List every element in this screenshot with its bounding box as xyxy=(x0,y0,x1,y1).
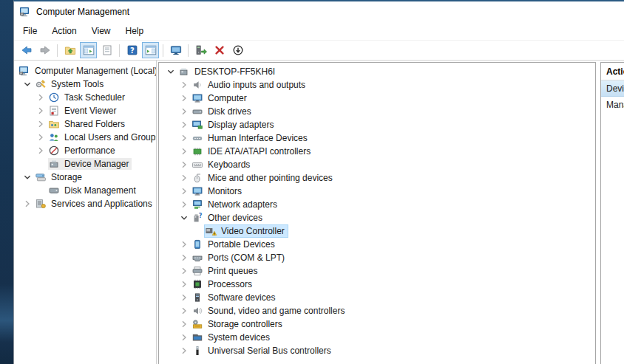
chevron-right-icon[interactable] xyxy=(178,145,191,157)
tree-item-other-devices[interactable]: ?Other devices xyxy=(159,211,595,224)
tree-item-ports-com-lpt[interactable]: Ports (COM & LPT) xyxy=(159,251,595,264)
chevron-right-icon[interactable] xyxy=(178,305,191,317)
tree-item-network-adapters[interactable]: Network adapters xyxy=(159,198,595,211)
tree-item-label: Audio inputs and outputs xyxy=(206,79,307,91)
port-icon xyxy=(191,252,203,264)
chevron-right-icon[interactable] xyxy=(178,345,191,357)
up-one-level-button[interactable] xyxy=(61,42,78,58)
chevron-right-icon[interactable] xyxy=(178,185,191,197)
chevron-right-icon[interactable] xyxy=(178,79,191,91)
monitor-icon xyxy=(191,185,203,197)
chevron-right-icon[interactable] xyxy=(178,92,191,104)
chevron-right-icon[interactable] xyxy=(178,159,191,171)
tree-item-computer[interactable]: Computer xyxy=(159,92,595,105)
tree-item-label: Computer Management (Local) xyxy=(33,65,157,77)
chevron-right-icon[interactable] xyxy=(35,92,48,103)
tree-item-disk-drives[interactable]: Disk drives xyxy=(159,105,595,118)
tree-item-services-and-applications[interactable]: Services and Applications xyxy=(14,197,156,210)
chevron-right-icon[interactable] xyxy=(178,199,191,210)
tree-item-video-controller[interactable]: Video Controller xyxy=(159,224,595,238)
menu-help[interactable]: Help xyxy=(118,23,152,39)
portable-icon xyxy=(191,238,203,250)
hid-icon xyxy=(191,132,203,144)
export-list-button[interactable] xyxy=(98,42,115,58)
tree-item-label: Human Interface Devices xyxy=(206,132,309,144)
tree-item-software-devices[interactable]: Software devices xyxy=(159,291,595,304)
help-button[interactable]: ? xyxy=(123,42,140,58)
tree-item-human-interface-devices[interactable]: Human Interface Devices xyxy=(159,131,595,145)
tree-item-keyboards[interactable]: Keyboards xyxy=(159,158,595,171)
tree-item-label: Disk drives xyxy=(206,106,253,117)
chevron-right-icon[interactable] xyxy=(178,172,191,184)
tree-item-disk-management[interactable]: Disk Management xyxy=(14,184,156,197)
uninstall-button[interactable] xyxy=(211,42,228,58)
chevron-right-icon[interactable] xyxy=(178,278,191,290)
tree-item-event-viewer[interactable]: Event Viewer xyxy=(14,104,156,117)
tree-item-monitors[interactable]: Monitors xyxy=(159,185,595,198)
tree-item-portable-devices[interactable]: Portable Devices xyxy=(159,238,595,251)
forward-button[interactable] xyxy=(36,42,53,58)
unknown-device-icon: ? xyxy=(191,212,203,224)
tree-item-storage-controllers[interactable]: Storage controllers xyxy=(159,317,595,331)
console-tree-toggle[interactable] xyxy=(80,42,97,58)
disk-management-icon xyxy=(48,185,60,196)
monitor-icon xyxy=(191,92,203,104)
users-icon xyxy=(48,131,60,143)
chevron-right-icon[interactable] xyxy=(178,238,191,250)
tree-item-storage[interactable]: Storage xyxy=(14,171,156,184)
actions-pane-header: Actions xyxy=(601,63,624,80)
tree-item-ide-ata-atapi-controllers[interactable]: IDE ATA/ATAPI controllers xyxy=(159,145,595,158)
tree-item-system-tools[interactable]: System Tools xyxy=(14,78,156,91)
tree-item-computer-management-local[interactable]: Computer Management (Local) xyxy=(14,64,156,78)
chevron-right-icon[interactable] xyxy=(178,252,191,264)
tree-item-universal-serial-bus-controllers[interactable]: Universal Serial Bus controllers xyxy=(159,344,595,357)
chevron-right-icon[interactable] xyxy=(178,132,191,144)
tree-item-audio-inputs-and-outputs[interactable]: Audio inputs and outputs xyxy=(159,78,595,92)
tree-item-print-queues[interactable]: Print queues xyxy=(159,264,595,278)
chevron-right-icon[interactable] xyxy=(35,145,48,157)
chevron-down-icon[interactable] xyxy=(178,212,191,224)
tree-item-desktop-ff5kh6i[interactable]: DESKTOP-FF5KH6I xyxy=(159,65,595,78)
scan-hardware-button[interactable] xyxy=(192,42,209,58)
back-button[interactable] xyxy=(18,42,35,58)
actions-pane: Actions Device Manager xyxy=(600,62,624,364)
tree-item-processors[interactable]: Processors xyxy=(159,278,595,291)
tree-item-task-scheduler[interactable]: Task Scheduler xyxy=(14,91,156,104)
remote-connect-button[interactable] xyxy=(167,42,184,58)
tree-item-performance[interactable]: Performance xyxy=(14,144,156,157)
chevron-right-icon[interactable] xyxy=(35,105,48,117)
chevron-right-icon[interactable] xyxy=(178,106,191,117)
mouse-icon xyxy=(191,172,203,184)
system-devices-icon xyxy=(191,332,203,343)
chevron-right-icon[interactable] xyxy=(35,131,48,143)
chevron-down-icon[interactable] xyxy=(165,66,178,78)
tree-item-display-adapters[interactable]: Display adapters xyxy=(159,118,595,131)
actions-section-device-manager[interactable]: Device Manager xyxy=(601,80,624,97)
tree-item-label: Storage controllers xyxy=(206,318,284,330)
chevron-right-icon[interactable] xyxy=(178,265,191,277)
svg-text:?: ? xyxy=(199,213,203,219)
tree-item-sound-video-and-game-controllers[interactable]: Sound, video and game controllers xyxy=(159,304,595,317)
tree-item-local-users-and-groups[interactable]: Local Users and Groups xyxy=(14,131,156,144)
chevron-right-icon[interactable] xyxy=(178,332,191,343)
menu-view[interactable]: View xyxy=(84,23,118,39)
chevron-down-icon[interactable] xyxy=(21,78,35,90)
tree-item-system-devices[interactable]: System devices xyxy=(159,331,595,344)
chevron-right-icon[interactable] xyxy=(35,118,48,130)
action-pane-toggle[interactable] xyxy=(142,42,159,58)
folder-up-icon xyxy=(64,44,76,56)
tree-item-mice-and-other-pointing-devices[interactable]: Mice and other pointing devices xyxy=(159,171,595,185)
chevron-right-icon[interactable] xyxy=(178,119,191,131)
tree-item-device-manager[interactable]: Device Manager xyxy=(14,157,156,171)
menu-action[interactable]: Action xyxy=(44,23,84,39)
chevron-right-icon[interactable] xyxy=(21,198,35,210)
disable-device-button[interactable] xyxy=(229,42,246,58)
tree-item-label: Keyboards xyxy=(206,159,251,171)
toolbar-separator xyxy=(119,44,120,57)
tree-item-shared-folders[interactable]: Shared Folders xyxy=(14,117,156,131)
chevron-right-icon[interactable] xyxy=(178,318,191,330)
menu-file[interactable]: File xyxy=(16,23,44,39)
arrow-left-icon xyxy=(21,44,33,56)
chevron-right-icon[interactable] xyxy=(178,292,191,303)
chevron-down-icon[interactable] xyxy=(21,171,35,183)
